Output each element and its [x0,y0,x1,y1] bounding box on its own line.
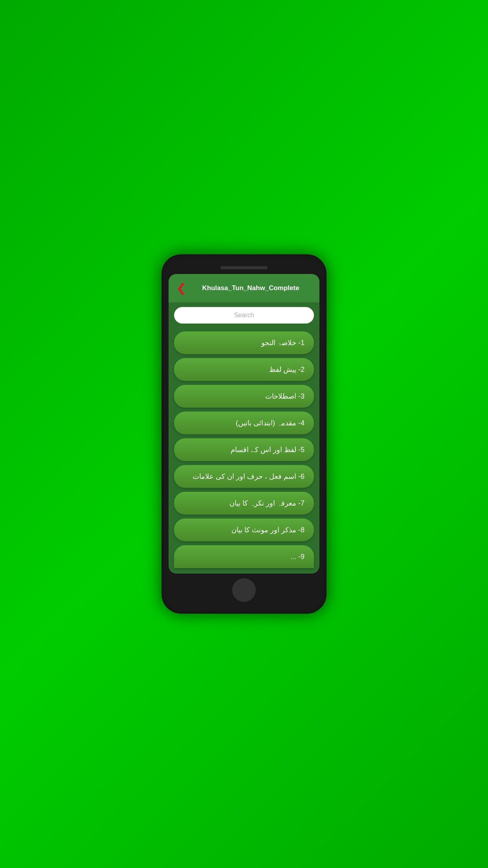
search-container [169,302,319,328]
list-container: 1- خلاصۃ النحو2- پیش لفظ3- اصطلاحات4- مق… [169,328,319,574]
search-input[interactable] [174,307,314,324]
list-item[interactable]: 2- پیش لفظ [174,358,314,381]
list-item[interactable]: 8- مذکر اور مونث کا بیان [174,519,314,541]
header-title: Khulasa_Tun_Nahw_Complete [188,284,313,292]
list-item[interactable]: 3- اصطلاحات [174,385,314,408]
phone-home-button[interactable] [232,578,256,602]
phone-notch [220,266,268,269]
list-item[interactable]: 9- ... [174,545,314,568]
list-item[interactable]: 5- لفظ اور اس کے اقسام [174,438,314,461]
phone-screen: ❮ Khulasa_Tun_Nahw_Complete 1- خلاصۃ الن… [169,274,319,574]
list-item[interactable]: 4- مقدمہ (ابتدائی باتیں) [174,412,314,434]
phone-frame: ❮ Khulasa_Tun_Nahw_Complete 1- خلاصۃ الن… [161,254,327,614]
app-header: ❮ Khulasa_Tun_Nahw_Complete [169,274,319,302]
list-item[interactable]: 1- خلاصۃ النحو [174,331,314,354]
back-button[interactable]: ❮ [173,280,189,296]
list-item[interactable]: 6- اسم فعل ، حرف اور ان کی علامات [174,465,314,488]
list-item[interactable]: 7- معرفہ اور نکرہ کا بیان [174,492,314,515]
